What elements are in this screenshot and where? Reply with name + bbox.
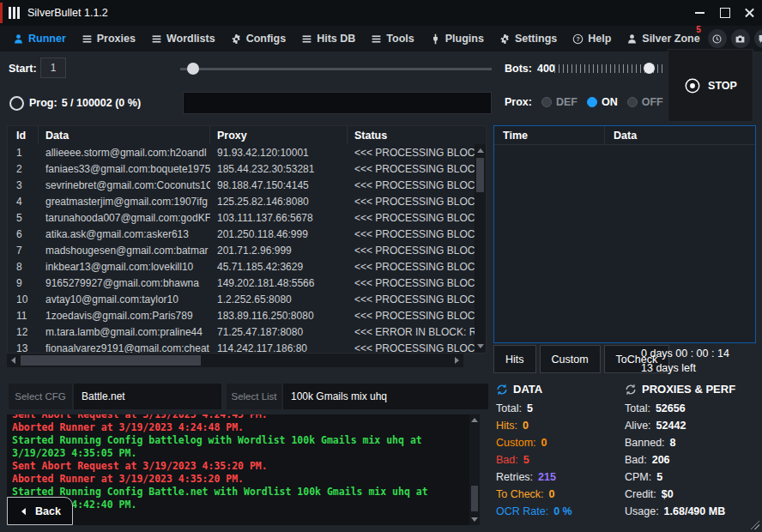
bots-slider[interactable] [554, 62, 662, 76]
nav-item-help[interactable]: ?Help [565, 26, 619, 51]
cell-proxy: 201.250.118.46:999 [210, 228, 348, 240]
table-row[interactable]: 5tarunahooda007@gmail.com:godKF103.111.1… [8, 209, 475, 226]
scroll-up-icon[interactable] [477, 148, 484, 153]
select-wordlist-button[interactable]: Select List [227, 384, 281, 409]
log-scrollbar-thumb[interactable] [471, 486, 478, 511]
nav-item-proxies[interactable]: Proxies [74, 26, 143, 51]
cell-status: <<< ERROR IN BLOCK: R [348, 326, 475, 338]
vertical-scrollbar[interactable] [475, 144, 486, 353]
help-icon: ? [572, 33, 584, 45]
stat-row: Custom:0 [496, 434, 621, 451]
resize-grip[interactable] [750, 520, 759, 529]
hits-panel-header: TimeData [494, 126, 755, 145]
gear-icon [231, 33, 242, 45]
plug-icon [430, 33, 441, 45]
stat-value: $0 [662, 486, 674, 503]
bots-slider-thumb[interactable] [644, 63, 655, 74]
nav-item-silver-zone[interactable]: Silver Zone5 [619, 26, 707, 51]
bots-label: Bots: [505, 63, 532, 75]
table-row[interactable]: 4greatmasterjim@gmail.com:1907ifg125.25.… [8, 193, 475, 209]
stats-title: PROXIES & PERF [642, 383, 735, 396]
nav-item-settings[interactable]: Settings [492, 26, 565, 51]
start-input[interactable] [40, 57, 66, 78]
stat-row: Credit:$0 [625, 486, 759, 503]
table-row[interactable]: 13fionaalvarez9191@gmail.com:cheat114.24… [8, 340, 475, 353]
nav-item-configs[interactable]: Configs [223, 26, 294, 51]
stat-value: 0 [523, 417, 529, 434]
log-scroll-down-icon[interactable] [471, 517, 478, 522]
stat-label: Total: [496, 400, 522, 417]
scroll-right-icon[interactable] [455, 357, 459, 364]
start-slider-thumb[interactable] [187, 63, 199, 75]
start-slider-track[interactable] [180, 68, 492, 70]
stat-label: Retries: [496, 469, 533, 486]
stat-value: 0 [541, 434, 547, 451]
nav-item-tools[interactable]: Tools [363, 26, 421, 51]
nav-item-hits-db[interactable]: Hits DB [293, 26, 363, 51]
table-row[interactable]: 6atika.ask@gmail.com:asker613201.250.118… [8, 226, 475, 242]
back-button[interactable]: Back [7, 497, 73, 525]
cell-proxy: 201.71.2.96:999 [210, 245, 348, 257]
log-line: Aborted Runner at 3/19/2023 4:24:48 PM. [12, 421, 464, 434]
person-icon [13, 33, 24, 45]
nav-item-runner[interactable]: Runner [5, 26, 74, 51]
close-button[interactable] [737, 0, 762, 26]
prox-option-def[interactable]: DEF [541, 96, 578, 108]
license-days-left: 13 days left [641, 361, 729, 376]
maximize-button[interactable] [712, 0, 737, 26]
stat-label: Bad: [625, 451, 647, 469]
table-row[interactable]: 10avtay10@gmail.com:taylor101.2.252.65:8… [8, 291, 475, 307]
cell-data: m.tara.lamb@gmail.com:praline44 [39, 326, 210, 338]
vertical-scrollbar-thumb[interactable] [476, 158, 484, 192]
nav-item-label: Wordlists [166, 33, 215, 45]
cell-status: <<< PROCESSING BLOCK [348, 293, 475, 305]
log-scrollbar[interactable] [469, 414, 480, 525]
log-scroll-up-icon[interactable] [471, 418, 478, 422]
table-row[interactable]: 7madshougesen@gmail.com:batmar201.71.2.9… [8, 242, 475, 258]
stat-label: OCR Rate: [496, 503, 548, 520]
camera-button[interactable] [731, 29, 750, 48]
log-lines: Sent Abort Request at 3/19/2023 4:24:45 … [12, 414, 464, 511]
stat-label: Hits: [496, 417, 517, 434]
stat-value: 5 [527, 400, 533, 417]
data-stats-panel: DATATotal:5Hits:0Custom:0Bad:5Retries:21… [496, 383, 621, 520]
log-line: Started Running Config battlelog with Wo… [12, 434, 464, 460]
cell-id: 10 [8, 293, 39, 305]
nav-item-label: Help [588, 33, 611, 45]
horizontal-scrollbar[interactable] [7, 354, 463, 367]
cell-id: 12 [8, 326, 39, 338]
scroll-down-icon[interactable] [477, 344, 484, 348]
tab-custom[interactable]: Custom [540, 345, 601, 373]
tab-hits[interactable]: Hits [493, 345, 536, 373]
start-slider[interactable] [180, 63, 492, 75]
nav-item-wordlists[interactable]: Wordlists [143, 26, 223, 51]
stop-button-label: STOP [708, 80, 737, 92]
list-icon [151, 33, 162, 45]
minimize-button[interactable] [687, 0, 712, 26]
chat-button[interactable] [754, 29, 762, 48]
prox-option-off[interactable]: OFF [627, 96, 663, 108]
progress-label: Prog: [29, 97, 57, 109]
scroll-left-icon[interactable] [11, 357, 15, 364]
prox-option-on[interactable]: ON [587, 96, 618, 108]
table-row[interactable]: 111zoedavis@gmail.com:Paris789183.89.116… [8, 307, 475, 323]
gear-icon [499, 33, 511, 45]
progress-bar [183, 92, 492, 114]
history-button[interactable] [708, 29, 727, 48]
table-row[interactable]: 12m.tara.lamb@gmail.com:praline4471.25.4… [8, 323, 475, 340]
table-row[interactable]: 8inkbear13@gmail.com:lovekill1045.71.185… [8, 258, 475, 275]
progress-radio[interactable] [9, 96, 24, 111]
nav-item-plugins[interactable]: Plugins [422, 26, 492, 51]
table-row[interactable]: 2faniaes33@gmail.com:boquete1975185.44.2… [8, 160, 475, 177]
stop-button[interactable]: STOP [668, 49, 753, 122]
sync-icon [496, 384, 508, 396]
select-config-button[interactable]: Select CFG [9, 384, 72, 409]
table-row[interactable]: 99165279927@gmail.com:bhawna149.202.181.… [8, 275, 475, 291]
history-icon [711, 33, 723, 45]
horizontal-scrollbar-thumb[interactable] [21, 355, 201, 366]
table-row[interactable]: 1allieeee.storm@gmail.com:h2oandl91.93.4… [8, 144, 475, 160]
bots-control: Bots: 400 [505, 63, 555, 75]
table-row[interactable]: 3sevrinebret@gmail.com:Coconuts1C98.188.… [8, 177, 475, 193]
cell-id: 13 [8, 342, 39, 354]
stop-circle-icon [684, 77, 701, 94]
